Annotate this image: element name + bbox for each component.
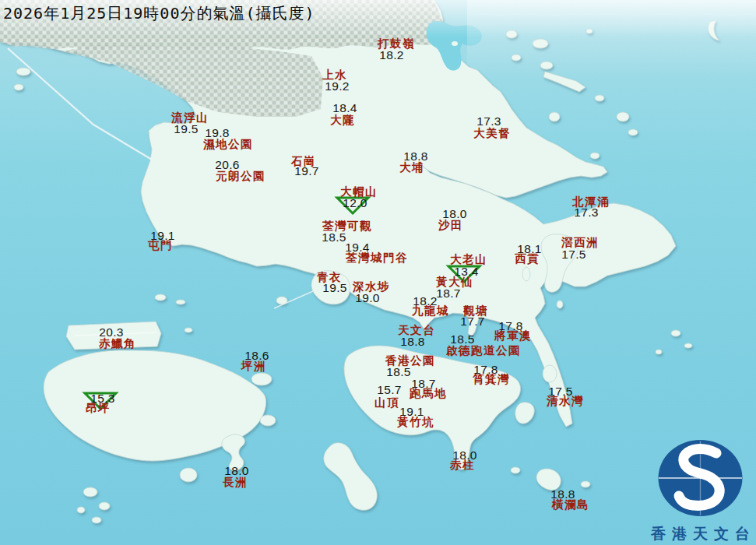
station-name: 橫瀾島 [552, 498, 589, 512]
station-name: 濕地公園 [203, 137, 253, 152]
station-name: 流浮山 [171, 111, 209, 125]
station-name: 天文台 [398, 323, 435, 338]
station-name: 大美督 [473, 126, 511, 141]
station-name: 北潭涌 [572, 195, 610, 209]
station-name: 青衣 [317, 270, 342, 285]
station-name: 上水 [322, 68, 347, 83]
station-name: 打鼓嶺 [378, 37, 415, 51]
station-name: 九龍城 [412, 304, 449, 318]
station-name: 香港公園 [385, 353, 435, 368]
station-temperature: 17.5 [561, 248, 585, 262]
weather-map-screen: 2026年1月25日19時00分的氣溫(攝氏度) 18.2打鼓嶺19.2上水18… [0, 0, 756, 545]
station-name: 將軍澳 [494, 329, 532, 343]
station-name: 觀塘 [463, 304, 488, 318]
station-name: 荃灣城門谷 [346, 251, 408, 265]
station-labels-layer: 18.2打鼓嶺19.2上水18.4大隴19.5流浮山19.8濕地公園20.6元朗… [0, 0, 756, 545]
station-name: 西貢 [515, 251, 540, 266]
station-name: 赤柱 [450, 458, 475, 473]
station-name: 沙田 [438, 218, 463, 233]
station-name: 長洲 [223, 475, 248, 490]
station-name: 山頂 [374, 396, 399, 410]
hko-logo-icon [645, 433, 756, 520]
station-name: 大帽山 [340, 185, 378, 199]
hko-logo-chinese: 香港天文台 [645, 524, 756, 544]
station-name: 元朗公園 [216, 169, 265, 184]
station-name: 黃大仙 [436, 275, 473, 290]
station-name: 深水埗 [353, 280, 390, 294]
station-name: 啟德跑道公園 [446, 343, 521, 358]
station-name: 屯門 [148, 238, 173, 253]
station-name: 大老山 [450, 252, 487, 267]
station-name: 筲箕灣 [473, 372, 510, 387]
station-name: 石崗 [291, 154, 316, 169]
station-name: 坪洲 [241, 359, 266, 374]
station-name: 荃灣可觀 [322, 219, 372, 234]
station-name: 昂坪 [86, 401, 111, 416]
station-name: 清水灣 [547, 394, 584, 409]
station-name: 跑馬地 [410, 386, 447, 401]
station-name: 黃竹坑 [397, 415, 434, 430]
station-name: 大埔 [399, 160, 424, 175]
hko-logo: 香港天文台 HONG KONG OBSERVATORY [645, 433, 756, 545]
map-title: 2026年1月25日19時00分的氣溫(攝氏度) [3, 3, 315, 24]
station-name: 滘西洲 [561, 235, 599, 250]
station-name: 赤鱲角 [99, 336, 136, 351]
station-name: 大隴 [330, 113, 355, 128]
